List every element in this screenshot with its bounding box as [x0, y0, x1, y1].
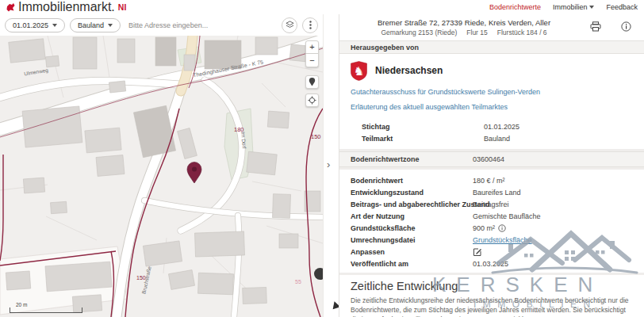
detail-label: Grundstücksfläche — [351, 224, 473, 232]
niedersachsen-crest-icon: ♞ — [351, 61, 367, 81]
detail-label: Art der Nutzung — [351, 212, 473, 220]
publisher-header-label: Herausgegeben von — [351, 44, 419, 52]
detail-value: 900 m² — [473, 224, 495, 232]
detail-row-bodenrichtwert: Bodenrichtwert 180 € / m² — [339, 174, 644, 186]
target-icon — [308, 96, 316, 105]
detail-panel: Bremer Straße 72, 27339 Riede, Kreis Ver… — [339, 14, 644, 317]
committee-link[interactable]: Gutachterausschuss für Grundstückswerte … — [351, 88, 540, 96]
kebab-menu-icon — [309, 21, 312, 29]
map-toolbar: 01.01.2025 Bauland — [0, 14, 323, 36]
publisher-card: ♞ Niedersachsen Gutachterausschuss für G… — [339, 54, 644, 149]
teilmarkt-value: Bauland — [484, 135, 510, 143]
map-attribution-button[interactable] — [314, 268, 323, 280]
detail-value: Baureifes Land — [473, 189, 521, 197]
info-button[interactable] — [619, 20, 633, 33]
marker-tool-button[interactable] — [305, 75, 319, 89]
svg-text:♞: ♞ — [354, 63, 364, 78]
address-header: Bremer Straße 72, 27339 Riede, Kreis Ver… — [339, 14, 644, 40]
collapse-panel-button[interactable]: › — [327, 161, 330, 169]
umrechnungsdatei-link[interactable]: Grundstücksfläche — [473, 236, 532, 244]
meta-rows: Stichtag 01.01.2025 Teilmarkt Bauland — [351, 120, 633, 144]
chevron-down-icon — [108, 24, 113, 27]
publisher-state-name: Niedersachsen — [375, 65, 443, 76]
printer-icon — [590, 21, 601, 32]
scale-bracket — [10, 307, 82, 313]
zoom-in-button[interactable]: + — [305, 40, 319, 54]
edit-button[interactable] — [473, 247, 482, 257]
map-column: 01.01.2025 Bauland — [0, 14, 323, 317]
submarket-explanation-link[interactable]: Erläuterung des aktuell ausgewählten Tei… — [351, 103, 508, 111]
zone-value-55: 55 — [295, 279, 301, 285]
brand-logo[interactable]: Immobilienmarkt.NI — [6, 0, 126, 14]
flur: Flur 15 — [466, 29, 487, 36]
detail-row-grundstuecksflaeche: Grundstücksfläche 900 m² — [339, 222, 644, 234]
detail-label: Anpassen — [351, 248, 473, 256]
zoom-out-button[interactable]: − — [305, 54, 319, 67]
detail-row-nutzung: Art der Nutzung Gemischte Baufläche — [339, 210, 644, 222]
chevron-down-icon — [52, 24, 57, 27]
logo-icon — [6, 3, 15, 12]
top-header: Immobilienmarkt.NI Bodenrichtwerte Immob… — [0, 0, 644, 14]
detail-label: Umrechnungsdatei — [351, 236, 473, 244]
zone-value-150-east: 150 — [311, 133, 321, 140]
detail-row-veroeffentlicht: Veröffentlicht am 01.03.2025 — [339, 258, 644, 269]
detail-row-anpassen: Anpassen — [339, 246, 644, 258]
app-root: Immobilienmarkt.NI Bodenrichtwerte Immob… — [0, 0, 644, 317]
detail-value: 180 € / m² — [473, 177, 505, 185]
detail-value: 01.03.2025 — [473, 260, 508, 268]
chevron-down-icon — [589, 6, 594, 9]
edit-icon — [473, 247, 482, 257]
nav-bodenrichtwerte[interactable]: Bodenrichtwerte — [489, 3, 541, 11]
detail-label: Veröffentlicht am — [351, 260, 473, 268]
brand-suffix: NI — [118, 2, 127, 12]
zone-details-card: Bodenrichtwert 180 € / m² Entwicklungszu… — [339, 170, 644, 273]
address-line: Bremer Straße 72, 27339 Riede, Kreis Ver… — [378, 18, 550, 27]
map-scalebar: 20 m — [10, 307, 82, 313]
detail-row-umrechnungsdatei: Umrechnungsdatei Grundstücksfläche — [339, 234, 644, 246]
map-svg: Ulmenweg Thedinghauser Straße - K 75 Im … — [0, 36, 323, 317]
zone-value-150-sw: 150 — [136, 275, 146, 281]
brand-name: Immobilienmarkt. — [18, 0, 115, 14]
nav-feedback[interactable]: Feedback — [606, 3, 638, 11]
zone-header-value: 03600464 — [473, 155, 504, 163]
layers-icon — [286, 21, 294, 29]
detail-label: Entwicklungszustand — [351, 189, 473, 197]
detail-row-entwicklungszustand: Entwicklungszustand Baureifes Land — [339, 186, 644, 198]
print-button[interactable] — [588, 20, 602, 33]
layers-button[interactable] — [282, 17, 297, 33]
teilmarkt-row: Teilmarkt Bauland — [351, 132, 633, 144]
cadastre-line: Gemarkung 2153 (Riede) Flur 15 Flurstück… — [381, 29, 546, 36]
more-options-button[interactable] — [302, 17, 318, 33]
stichtag-value: 01.01.2025 — [484, 123, 519, 131]
timeline-body: Die zeitliche Entwicklungsreihe der nied… — [351, 296, 633, 317]
locate-button[interactable] — [305, 94, 319, 107]
date-dropdown[interactable]: 01.01.2025 — [5, 18, 65, 32]
zone-section-header: Bodenrichtwertzone 03600464 — [339, 151, 644, 167]
gemarkung: Gemarkung 2153 (Riede) — [381, 29, 457, 36]
detail-value: Gemischte Baufläche — [473, 212, 541, 220]
detail-row-beitragszustand: Beitrags- und abgaberechtlicher Zustand … — [339, 198, 644, 210]
timeline-section: Zeitliche Entwicklung Die zeitliche Entw… — [339, 275, 644, 317]
timeline-title: Zeitliche Entwicklung — [351, 280, 633, 292]
flurstueck: Flurstück 184 / 6 — [497, 29, 547, 36]
nav-immobilien[interactable]: Immobilien — [553, 3, 595, 11]
panel-divider: › — [323, 14, 339, 317]
detail-label: Bodenrichtwert — [351, 177, 473, 185]
scale-label: 20 m — [16, 302, 27, 307]
map-controls: + − — [305, 40, 319, 112]
stichtag-label: Stichtag — [362, 123, 484, 131]
stichtag-row: Stichtag 01.01.2025 — [351, 120, 633, 132]
info-small-icon[interactable] — [498, 224, 506, 232]
submarket-dropdown[interactable]: Bauland — [70, 18, 121, 32]
publisher-section-header: Herausgegeben von — [339, 40, 644, 54]
publisher-identity: ♞ Niedersachsen — [351, 60, 633, 81]
teilmarkt-label: Teilmarkt — [362, 135, 484, 143]
detail-label: Beitrags- und abgaberechtlicher Zustand — [351, 201, 473, 208]
address-search-input[interactable] — [125, 18, 277, 32]
detail-value: Beitragsfrei — [473, 201, 509, 208]
map-canvas[interactable]: Ulmenweg Thedinghauser Straße - K 75 Im … — [0, 36, 323, 317]
zone-value-180: 180 — [234, 126, 244, 133]
pin-icon — [309, 78, 316, 86]
zone-header-label: Bodenrichtwertzone — [351, 155, 420, 163]
info-icon — [621, 21, 631, 32]
